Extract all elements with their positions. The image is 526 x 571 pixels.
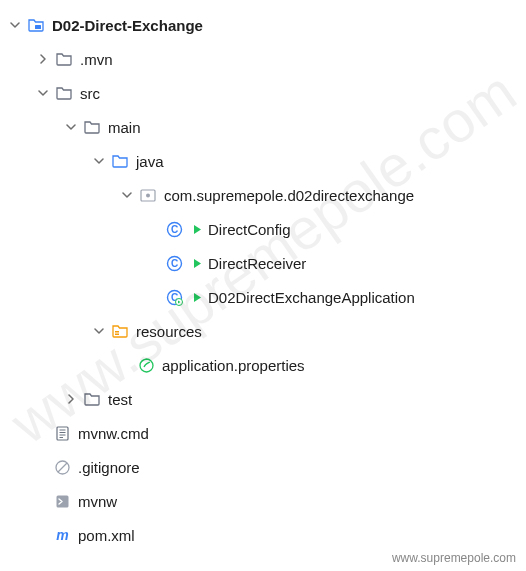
text-file-icon (52, 423, 72, 443)
svg-rect-11 (115, 334, 119, 336)
tree-node-class-directconfig[interactable]: C DirectConfig (0, 212, 526, 246)
tree-label: .mvn (80, 51, 113, 68)
tree-node-class-application[interactable]: C D02DirectExchangeApplication (0, 280, 526, 314)
chevron-down-icon[interactable] (62, 118, 80, 136)
resources-folder-icon (110, 321, 130, 341)
svg-text:C: C (170, 258, 177, 269)
svg-line-18 (58, 463, 67, 472)
chevron-down-icon[interactable] (90, 322, 108, 340)
class-icon: C (164, 219, 184, 239)
folder-icon (82, 117, 102, 137)
folder-icon (54, 83, 74, 103)
tree-label: mvnw.cmd (78, 425, 149, 442)
tree-node-test[interactable]: test (0, 382, 526, 416)
tree-label: mvnw (78, 493, 117, 510)
tree-node-mvn[interactable]: .mvn (0, 42, 526, 76)
tree-label: main (108, 119, 141, 136)
tree-label: com.supremepole.d02directexchange (164, 187, 414, 204)
tree-label: D02-Direct-Exchange (52, 17, 203, 34)
spring-properties-icon (136, 355, 156, 375)
module-folder-icon (26, 15, 46, 35)
tree-label: src (80, 85, 100, 102)
class-run-icon: C (164, 287, 184, 307)
source-folder-icon (110, 151, 130, 171)
runnable-icon (190, 219, 204, 239)
maven-file-icon: m (52, 525, 72, 545)
shell-file-icon (52, 491, 72, 511)
tree-node-properties[interactable]: application.properties (0, 348, 526, 382)
chevron-down-icon[interactable] (34, 84, 52, 102)
tree-node-resources[interactable]: resources (0, 314, 526, 348)
project-tree: D02-Direct-Exchange .mvn src main (0, 8, 526, 552)
tree-label: java (136, 153, 164, 170)
tree-label: .gitignore (78, 459, 140, 476)
class-icon: C (164, 253, 184, 273)
runnable-icon (190, 287, 204, 307)
watermark-bottom: www.supremepole.com (392, 551, 516, 565)
tree-node-root[interactable]: D02-Direct-Exchange (0, 8, 526, 42)
chevron-down-icon[interactable] (90, 152, 108, 170)
ignore-file-icon (52, 457, 72, 477)
chevron-down-icon[interactable] (118, 186, 136, 204)
tree-label: D02DirectExchangeApplication (208, 289, 415, 306)
tree-node-gitignore[interactable]: .gitignore (0, 450, 526, 484)
tree-node-main[interactable]: main (0, 110, 526, 144)
runnable-icon (190, 253, 204, 273)
folder-icon (54, 49, 74, 69)
svg-text:m: m (56, 527, 68, 543)
tree-label: DirectConfig (208, 221, 291, 238)
svg-rect-0 (35, 25, 41, 29)
package-icon (138, 185, 158, 205)
svg-point-2 (146, 194, 150, 198)
tree-node-pom[interactable]: m pom.xml (0, 518, 526, 552)
svg-rect-10 (115, 331, 119, 333)
tree-node-src[interactable]: src (0, 76, 526, 110)
chevron-down-icon[interactable] (6, 16, 24, 34)
tree-label: application.properties (162, 357, 305, 374)
folder-icon (82, 389, 102, 409)
svg-rect-12 (57, 427, 68, 440)
tree-node-class-directreceiver[interactable]: C DirectReceiver (0, 246, 526, 280)
tree-node-package[interactable]: com.supremepole.d02directexchange (0, 178, 526, 212)
chevron-right-icon[interactable] (62, 390, 80, 408)
chevron-right-icon[interactable] (34, 50, 52, 68)
tree-label: DirectReceiver (208, 255, 306, 272)
tree-label: pom.xml (78, 527, 135, 544)
tree-node-java[interactable]: java (0, 144, 526, 178)
tree-label: resources (136, 323, 202, 340)
svg-text:C: C (170, 224, 177, 235)
tree-node-mvnw[interactable]: mvnw (0, 484, 526, 518)
tree-node-mvnwcmd[interactable]: mvnw.cmd (0, 416, 526, 450)
tree-label: test (108, 391, 132, 408)
